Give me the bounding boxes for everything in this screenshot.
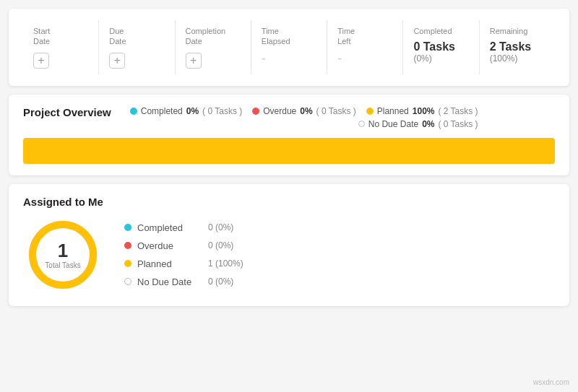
start-date-add-button[interactable]: + [33,53,49,69]
assigned-legend-completed: Completed 0 (0%) [124,222,243,233]
stat-remaining: Remaining 2 Tasks (100%) [480,20,555,74]
project-overview-card: Project Overview Completed 0% ( 0 Tasks … [9,95,569,175]
assigned-planned-label: Planned [137,258,202,269]
legend-row-1: Completed 0% ( 0 Tasks ) Overdue 0% ( 0 … [130,106,478,116]
completion-date-add-button[interactable]: + [186,53,202,69]
assigned-to-me-card: Assigned to Me 1 Total Tasks Completed 0… [9,184,569,306]
remaining-tasks-pct: (100%) [490,53,545,64]
completed-tasks-pct: (0%) [413,53,468,64]
stat-completed-label: Completed [413,26,468,36]
overview-header: Project Overview Completed 0% ( 0 Tasks … [23,106,555,129]
assigned-legend-nodue: No Due Date 0 (0%) [124,276,243,287]
legend-planned-pct: 100% [413,106,435,116]
nodue-dot-icon [358,121,365,127]
legend-nodue: No Due Date 0% ( 0 Tasks ) [358,119,478,129]
stat-start-date-label: StartDate [33,26,88,47]
stat-time-left-label: TimeLeft [337,26,392,47]
stats-card: StartDate + DueDate + CompletionDate + T… [9,9,569,86]
completed-tasks-value: 0 Tasks [413,40,468,53]
donut-total-label: Total Tasks [45,261,80,269]
assigned-to-me-title: Assigned to Me [23,196,555,208]
stat-remaining-label: Remaining [490,26,545,36]
planned-dot-icon [366,108,374,115]
legend-completed: Completed 0% ( 0 Tasks ) [130,106,243,116]
legend-overdue-label: Overdue [263,106,296,116]
legend-overdue-pct: 0% [300,106,312,116]
assigned-overdue-value: 0 (0%) [208,240,233,251]
assigned-planned-value: 1 (100%) [208,258,243,269]
legend-completed-pct: 0% [186,106,199,116]
assigned-overdue-dot-icon [124,242,131,249]
assigned-completed-label: Completed [137,222,202,233]
donut-total-number: 1 [45,240,80,259]
stat-due-date-label: DueDate [109,26,164,47]
watermark: wsxdn.com [533,378,569,386]
time-left-value: - [337,51,392,66]
assigned-completed-value: 0 (0%) [208,222,233,232]
stat-time-elapsed-label: TimeElapsed [262,26,316,47]
progress-bar-container [23,138,555,164]
legend-planned-label: Planned [377,106,409,116]
assigned-legend-planned: Planned 1 (100%) [124,258,243,269]
legend-completed-count: ( 0 Tasks ) [202,106,242,116]
stat-completed: Completed 0 Tasks (0%) [403,20,479,74]
time-elapsed-value: - [262,51,316,66]
assigned-completed-dot-icon [124,224,131,231]
legend-planned-count: ( 2 Tasks ) [438,106,478,116]
stat-time-elapsed: TimeElapsed - [251,20,327,74]
donut-center: 1 Total Tasks [45,240,80,269]
assigned-nodue-label: No Due Date [137,276,202,287]
assigned-section: 1 Total Tasks Completed 0 (0%) Overdue 0… [23,215,555,295]
assigned-legend-overdue: Overdue 0 (0%) [124,240,243,251]
donut-chart: 1 Total Tasks [23,215,103,295]
assigned-overdue-label: Overdue [137,240,202,251]
stat-completion-date: CompletionDate + [176,20,251,74]
stat-completion-date-label: CompletionDate [186,26,241,47]
legend-nodue-count: ( 0 Tasks ) [438,119,478,129]
overdue-dot-icon [252,108,259,115]
remaining-tasks-value: 2 Tasks [490,40,545,53]
assigned-planned-dot-icon [124,260,131,267]
legend-nodue-label: No Due Date [368,119,418,129]
legend-overdue: Overdue 0% ( 0 Tasks ) [252,106,356,116]
stat-start-date: StartDate + [23,20,99,74]
legend-planned: Planned 100% ( 2 Tasks ) [366,106,478,116]
completed-dot-icon [130,108,137,115]
due-date-add-button[interactable]: + [109,53,125,69]
assigned-nodue-dot-icon [124,278,131,285]
assigned-nodue-value: 0 (0%) [208,276,233,287]
legend-nodue-pct: 0% [422,119,434,129]
stats-bar: StartDate + DueDate + CompletionDate + T… [23,20,555,74]
stat-due-date: DueDate + [99,20,175,74]
legend-overdue-count: ( 0 Tasks ) [316,106,356,116]
stat-time-left: TimeLeft - [327,20,403,74]
assigned-legend: Completed 0 (0%) Overdue 0 (0%) Planned … [124,222,243,287]
project-overview-title: Project Overview [23,106,111,118]
legend-completed-label: Completed [141,106,183,116]
legend-row-2: No Due Date 0% ( 0 Tasks ) [130,119,478,129]
